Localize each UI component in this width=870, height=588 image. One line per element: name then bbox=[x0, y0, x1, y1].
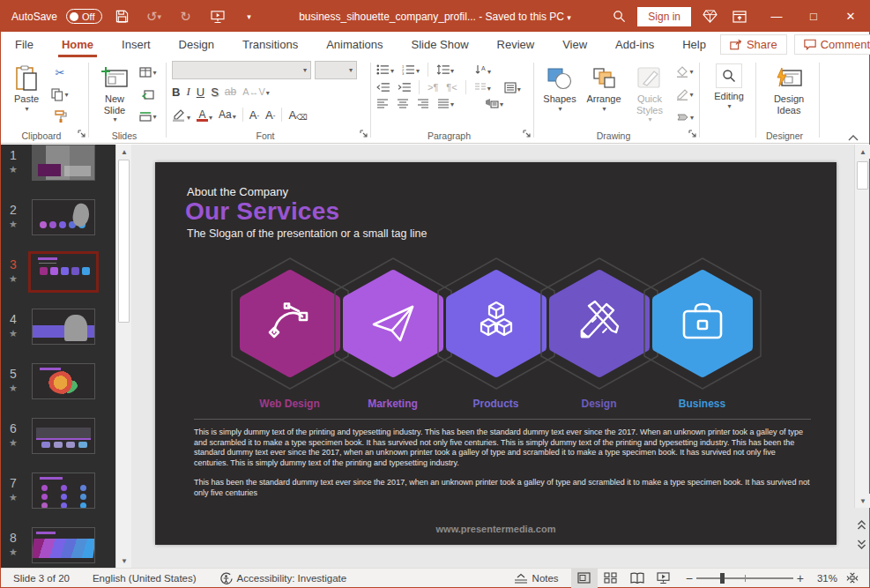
previous-slide-button[interactable] bbox=[854, 517, 868, 532]
share-button[interactable]: Share bbox=[720, 34, 787, 55]
ribbon-tab[interactable]: File bbox=[1, 32, 48, 57]
language-indicator[interactable]: English (United States) bbox=[93, 573, 197, 584]
scroll-up-button[interactable]: ▲ bbox=[856, 145, 870, 159]
paragraph-dialog-launcher[interactable] bbox=[523, 125, 531, 141]
drawing-dialog-launcher[interactable] bbox=[688, 125, 696, 141]
font-color-button[interactable]: A▾ bbox=[197, 108, 212, 122]
service-label[interactable]: Products bbox=[472, 398, 518, 410]
slide-thumbnail[interactable] bbox=[32, 199, 95, 235]
close-button[interactable]: ✕ bbox=[832, 1, 869, 32]
italic-button[interactable]: I bbox=[186, 85, 190, 99]
minimize-button[interactable]: — bbox=[758, 1, 795, 32]
presenter-media-button[interactable] bbox=[698, 5, 721, 28]
scroll-down-button[interactable]: ▼ bbox=[856, 494, 870, 508]
slide-canvas[interactable]: About the Company Our Services The Sloga… bbox=[155, 162, 837, 545]
text-shadow-button[interactable]: S bbox=[211, 86, 219, 99]
zoom-out-button[interactable]: − bbox=[686, 571, 693, 585]
maximize-button[interactable]: □ bbox=[795, 1, 832, 32]
service-label[interactable]: Marketing bbox=[368, 398, 418, 410]
font-dialog-launcher[interactable] bbox=[360, 125, 368, 141]
vertical-scrollbar-track[interactable]: ▲ ▼ bbox=[854, 145, 868, 508]
slide-thumbnail[interactable] bbox=[32, 145, 95, 181]
ribbon-tab[interactable]: Insert bbox=[108, 32, 165, 57]
change-case-button[interactable]: Aa▾ bbox=[219, 108, 236, 121]
search-button[interactable] bbox=[607, 5, 630, 28]
align-center-button[interactable] bbox=[397, 99, 409, 108]
reading-view-button[interactable] bbox=[624, 569, 651, 588]
slide-indicator[interactable]: Slide 3 of 20 bbox=[13, 573, 70, 584]
notes-button[interactable]: Notes bbox=[514, 573, 559, 584]
shape-fill-button[interactable]: ▾ bbox=[675, 63, 695, 82]
thumbnail-scroll-down-button[interactable]: ▼ bbox=[117, 554, 131, 568]
copy-button[interactable]: ▾ bbox=[50, 85, 70, 104]
slide-slogan[interactable]: The Slogan of the presentation or a smal… bbox=[187, 227, 427, 240]
new-slide-button[interactable]: New Slide ▾ bbox=[94, 61, 135, 127]
ribbon-display-options-button[interactable] bbox=[721, 1, 758, 32]
paste-button[interactable]: Paste ▾ bbox=[6, 61, 47, 127]
increase-indent-button[interactable] bbox=[398, 82, 411, 93]
service-item[interactable]: Marketing bbox=[341, 253, 444, 410]
customize-quick-access-toolbar-button[interactable]: ▾ bbox=[238, 5, 261, 28]
service-label[interactable]: Design bbox=[581, 398, 616, 410]
text-direction-button[interactable]: A▾ bbox=[474, 64, 491, 76]
highlight-color-button[interactable]: ▾ bbox=[172, 108, 190, 122]
bold-button[interactable]: B bbox=[172, 86, 180, 99]
collapse-ribbon-button[interactable] bbox=[848, 129, 862, 139]
shape-effects-button[interactable]: ▾ bbox=[675, 108, 695, 127]
right-to-left-button[interactable]: ¶< bbox=[446, 82, 457, 93]
clipboard-dialog-launcher[interactable] bbox=[78, 125, 86, 141]
slide-body-text[interactable]: This is simply dummy text of the printin… bbox=[194, 419, 811, 498]
thumbnail-scrollbar[interactable]: ▲ ▼ bbox=[115, 145, 131, 568]
slide-footer-url[interactable]: www.presentermedia.com bbox=[155, 524, 837, 534]
slide-sorter-view-button[interactable] bbox=[598, 569, 624, 588]
save-button[interactable] bbox=[111, 5, 134, 28]
ribbon-tab[interactable]: Design bbox=[165, 32, 228, 57]
slide-title[interactable]: Our Services bbox=[185, 197, 339, 226]
vertical-scrollbar-thumb[interactable] bbox=[857, 161, 868, 190]
zoom-slider-thumb[interactable] bbox=[720, 573, 725, 584]
align-right-button[interactable] bbox=[417, 99, 429, 108]
decrease-font-size-button[interactable]: Aˇ bbox=[265, 108, 275, 122]
ribbon-tab[interactable]: View bbox=[548, 32, 601, 57]
decrease-indent-button[interactable] bbox=[376, 82, 390, 93]
font-size-combo[interactable]: ▾ bbox=[315, 61, 357, 79]
service-label[interactable]: Web Design bbox=[259, 398, 319, 410]
thumbnail-scroll-up-button[interactable]: ▲ bbox=[117, 145, 131, 159]
ribbon-tab[interactable]: Review bbox=[483, 32, 549, 57]
design-ideas-button[interactable]: Design Ideas bbox=[764, 61, 814, 127]
ribbon-tab[interactable]: Animations bbox=[312, 32, 397, 57]
underline-button[interactable]: U bbox=[197, 86, 204, 99]
next-slide-button[interactable] bbox=[854, 536, 868, 552]
align-text-button[interactable]: ▾ bbox=[504, 82, 521, 93]
shapes-button[interactable]: Shapes ▾ bbox=[539, 61, 580, 127]
start-from-beginning-button[interactable] bbox=[206, 5, 229, 28]
justify-button[interactable]: ▾ bbox=[437, 99, 454, 108]
reset-slide-button[interactable] bbox=[138, 85, 158, 104]
ribbon-tab[interactable]: Transitions bbox=[228, 32, 312, 57]
align-left-button[interactable] bbox=[376, 99, 389, 108]
service-item[interactable]: Web Design bbox=[238, 253, 341, 410]
service-item[interactable]: Design bbox=[547, 253, 651, 410]
character-spacing-button[interactable]: A↔V▾ bbox=[242, 86, 270, 97]
clear-formatting-button[interactable]: A⌫ bbox=[288, 108, 307, 122]
slide-thumbnail[interactable] bbox=[32, 527, 95, 563]
undo-button[interactable]: ↺▾ bbox=[143, 5, 166, 28]
ribbon-tab[interactable]: Home bbox=[48, 32, 108, 57]
cut-button[interactable]: ✂ bbox=[50, 63, 70, 82]
bullets-button[interactable]: ▾ bbox=[376, 64, 394, 75]
slide-thumbnail[interactable] bbox=[32, 418, 95, 454]
zoom-slider[interactable] bbox=[696, 577, 793, 579]
line-spacing-button[interactable]: ▾ bbox=[436, 64, 454, 75]
shape-outline-button[interactable]: ▾ bbox=[675, 86, 695, 105]
strikethrough-button[interactable]: ab bbox=[225, 86, 236, 98]
comments-button[interactable]: Comments bbox=[794, 34, 870, 55]
ribbon-tab[interactable]: Add-ins bbox=[601, 32, 668, 57]
numbering-button[interactable]: 123▾ bbox=[402, 64, 420, 75]
arrange-button[interactable]: Arrange ▾ bbox=[584, 61, 624, 127]
slide-thumbnail[interactable] bbox=[32, 473, 95, 509]
slide-thumbnail[interactable] bbox=[28, 251, 99, 293]
columns-button[interactable]: ▾ bbox=[474, 83, 491, 93]
thumbnail-scrollbar-thumb[interactable] bbox=[118, 160, 130, 323]
service-label[interactable]: Business bbox=[679, 398, 725, 410]
zoom-in-button[interactable]: + bbox=[797, 571, 804, 585]
